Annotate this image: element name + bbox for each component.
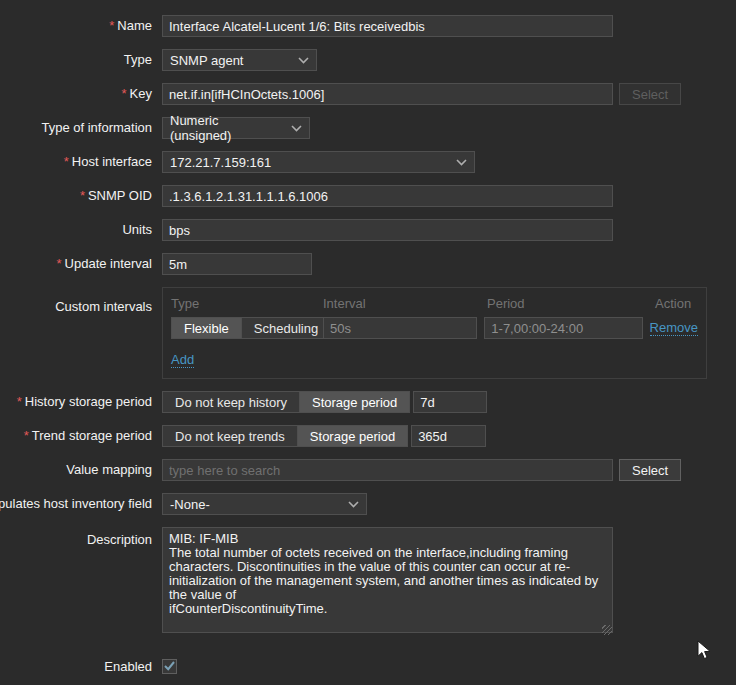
key-label: *Key (0, 83, 152, 105)
update-interval-label: *Update interval (0, 253, 152, 275)
name-input[interactable] (162, 15, 613, 37)
row-host-interface: *Host interface 172.21.7.159:161 (0, 151, 736, 173)
period-input[interactable] (484, 317, 643, 339)
row-value-mapping: Value mapping Select (0, 459, 736, 481)
row-inventory: Populates host inventory field -None- (0, 493, 736, 515)
custom-intervals-label: Custom intervals (0, 287, 152, 318)
description-label: Description (0, 527, 152, 548)
key-select-button[interactable]: Select (619, 83, 681, 105)
header-type: Type (171, 297, 323, 311)
do-not-keep-trends-button[interactable]: Do not keep trends (163, 426, 298, 446)
history-storage-period-button[interactable]: Storage period (300, 392, 409, 412)
row-snmp-oid: *SNMP OID (0, 185, 736, 207)
type-label: Type (0, 49, 152, 71)
key-input[interactable] (162, 83, 613, 105)
check-icon (164, 659, 175, 674)
type-select-value: SNMP agent (170, 53, 243, 68)
history-storage-label: *History storage period (0, 391, 152, 413)
trend-period-input[interactable] (411, 425, 486, 447)
value-mapping-input[interactable] (162, 459, 613, 481)
row-units: Units (0, 219, 736, 241)
interval-type-segment: Flexible Scheduling (171, 317, 331, 339)
header-action: Action (655, 297, 698, 311)
units-input[interactable] (162, 219, 613, 241)
type-of-information-label: Type of information (0, 117, 152, 139)
chevron-down-icon (348, 501, 359, 508)
host-interface-select-value: 172.21.7.159:161 (170, 155, 271, 170)
row-type-of-information: Type of information Numeric (unsigned) (0, 117, 736, 139)
row-enabled: Enabled (0, 656, 736, 678)
trend-storage-period-button[interactable]: Storage period (298, 426, 407, 446)
host-interface-select[interactable]: 172.21.7.159:161 (162, 151, 475, 173)
required-asterisk: * (24, 428, 29, 443)
chevron-down-icon (456, 159, 467, 166)
flexible-button[interactable]: Flexible (172, 318, 242, 338)
row-trend-storage: *Trend storage period Do not keep trends… (0, 425, 736, 447)
interval-input[interactable] (323, 317, 477, 339)
trend-storage-label: *Trend storage period (0, 425, 152, 447)
enabled-label: Enabled (0, 656, 152, 678)
inventory-select[interactable]: -None- (162, 493, 367, 515)
description-textarea[interactable]: MIB: IF-MIB The total number of octets r… (162, 527, 613, 633)
snmp-oid-input[interactable] (162, 185, 613, 207)
chevron-down-icon (291, 125, 302, 132)
history-segment: Do not keep history Storage period (162, 391, 410, 413)
required-asterisk: * (80, 188, 85, 203)
add-link[interactable]: Add (171, 352, 194, 368)
required-asterisk: * (109, 18, 114, 33)
snmp-oid-label: *SNMP OID (0, 185, 152, 207)
inventory-select-value: -None- (170, 497, 210, 512)
row-type: Type SNMP agent (0, 49, 736, 71)
name-label: *Name (0, 15, 152, 37)
row-custom-intervals: Custom intervals Type Interval Period Ac… (0, 287, 736, 379)
row-update-interval: *Update interval (0, 253, 736, 275)
host-interface-label: *Host interface (0, 151, 152, 173)
history-period-input[interactable] (413, 391, 487, 413)
scheduling-button[interactable]: Scheduling (242, 318, 330, 338)
value-mapping-select-button[interactable]: Select (619, 459, 681, 481)
header-interval: Interval (323, 297, 487, 311)
required-asterisk: * (17, 394, 22, 409)
type-select[interactable]: SNMP agent (162, 49, 317, 71)
row-description: Description MIB: IF-MIB The total number… (0, 527, 736, 636)
item-edit-form: *Name Type SNMP agent *Key Select Type o… (0, 0, 736, 678)
update-interval-input[interactable] (162, 253, 312, 275)
type-of-information-select-value: Numeric (unsigned) (170, 113, 279, 143)
row-name: *Name (0, 15, 736, 37)
custom-intervals-box: Type Interval Period Action Flexible Sch… (162, 287, 707, 379)
custom-intervals-header: Type Interval Period Action (171, 297, 698, 311)
value-mapping-label: Value mapping (0, 459, 152, 481)
remove-link[interactable]: Remove (650, 320, 698, 336)
required-asterisk: * (56, 256, 61, 271)
enabled-checkbox[interactable] (162, 659, 177, 674)
do-not-keep-history-button[interactable]: Do not keep history (163, 392, 300, 412)
units-label: Units (0, 219, 152, 241)
row-history-storage: *History storage period Do not keep hist… (0, 391, 736, 413)
row-key: *Key Select (0, 83, 736, 105)
type-of-information-select[interactable]: Numeric (unsigned) (162, 117, 310, 139)
inventory-label: Populates host inventory field (0, 493, 152, 515)
required-asterisk: * (122, 86, 127, 101)
chevron-down-icon (298, 57, 309, 64)
header-period: Period (487, 297, 655, 311)
required-asterisk: * (64, 154, 69, 169)
trend-segment: Do not keep trends Storage period (162, 425, 408, 447)
custom-interval-row: Flexible Scheduling Remove (171, 317, 698, 339)
